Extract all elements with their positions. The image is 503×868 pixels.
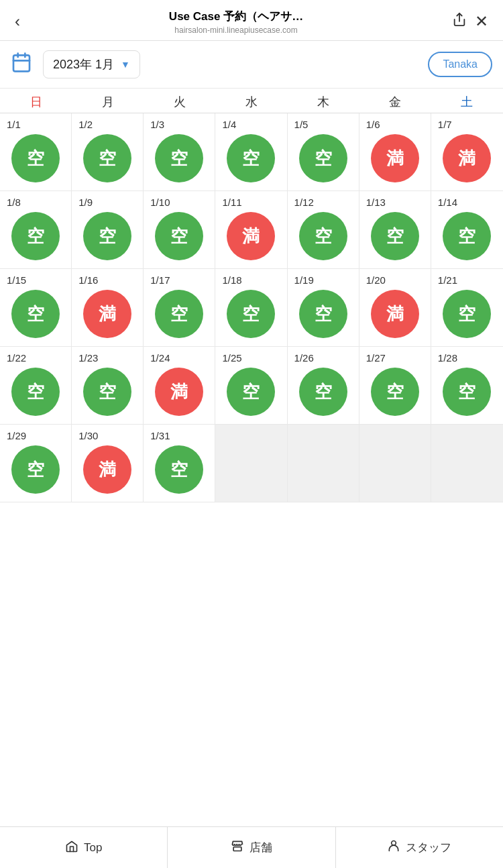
available-circle[interactable]: 空 — [11, 290, 60, 338]
day-headers: 日 月 火 水 木 金 土 — [0, 89, 503, 113]
day-header-fri: 金 — [359, 94, 431, 110]
calendar-cell[interactable]: 1/13空 — [359, 191, 431, 269]
calendar-cell[interactable]: 1/31空 — [144, 425, 215, 502]
available-circle[interactable]: 空 — [371, 212, 419, 260]
full-circle[interactable]: 満 — [83, 445, 131, 494]
calendar-cell[interactable]: 1/12空 — [288, 191, 359, 269]
calendar-cell[interactable]: 1/28空 — [431, 347, 503, 425]
calendar-cell[interactable]: 1/16満 — [72, 269, 144, 347]
available-circle[interactable]: 空 — [11, 212, 60, 260]
bottom-nav: Top 店舗 スタッフ — [0, 826, 503, 868]
available-circle[interactable]: 空 — [299, 134, 347, 182]
cell-date: 1/19 — [294, 274, 314, 286]
day-header-tue: 火 — [144, 94, 215, 110]
available-circle[interactable]: 空 — [11, 134, 60, 182]
calendar-cell[interactable]: 1/26空 — [288, 347, 359, 425]
day-header-sat: 土 — [431, 94, 503, 110]
full-circle[interactable]: 満 — [371, 290, 419, 338]
available-circle[interactable]: 空 — [83, 212, 131, 260]
available-circle[interactable]: 空 — [155, 212, 203, 260]
cell-date: 1/15 — [7, 274, 26, 286]
month-selector[interactable]: 2023年 1月 ▼ — [43, 50, 140, 78]
calendar-cell[interactable]: 1/8空 — [0, 191, 72, 269]
day-header-sun: 日 — [0, 94, 72, 110]
available-circle[interactable]: 空 — [299, 290, 347, 338]
share-button[interactable] — [448, 8, 471, 35]
page-subtitle: hairsalon-mini.lineapiusecase.com — [24, 25, 448, 35]
calendar-grid: 1/1空1/2空1/3空1/4空1/5空1/6満1/7満1/8空1/9空1/10… — [0, 113, 503, 502]
available-circle[interactable]: 空 — [371, 368, 419, 416]
calendar-cell[interactable]: 1/30満 — [72, 425, 144, 502]
calendar-cell — [288, 425, 359, 502]
full-circle[interactable]: 満 — [155, 368, 203, 416]
day-header-wed: 水 — [215, 94, 287, 110]
available-circle[interactable]: 空 — [227, 290, 275, 338]
calendar-cell[interactable]: 1/23空 — [72, 347, 144, 425]
calendar-cell — [215, 425, 287, 502]
available-circle[interactable]: 空 — [443, 212, 491, 260]
nav-store-button[interactable]: 店舗 — [168, 827, 335, 868]
available-circle[interactable]: 空 — [227, 134, 275, 182]
available-circle[interactable]: 空 — [299, 368, 347, 416]
calendar-cell[interactable]: 1/27空 — [359, 347, 431, 425]
available-circle[interactable]: 空 — [83, 368, 131, 416]
calendar-cell[interactable]: 1/17空 — [144, 269, 215, 347]
day-header-thu: 木 — [288, 94, 359, 110]
available-circle[interactable]: 空 — [83, 134, 131, 182]
calendar-cell[interactable]: 1/2空 — [72, 113, 144, 191]
calendar-icon — [11, 52, 32, 78]
calendar-cell[interactable]: 1/29空 — [0, 425, 72, 502]
calendar-cell[interactable]: 1/24満 — [144, 347, 215, 425]
staff-button[interactable]: Tanaka — [428, 52, 492, 77]
calendar-cell[interactable]: 1/18空 — [215, 269, 287, 347]
calendar-cell[interactable]: 1/21空 — [431, 269, 503, 347]
cell-date: 1/5 — [294, 119, 309, 130]
calendar-cell[interactable]: 1/1空 — [0, 113, 72, 191]
day-header-mon: 月 — [72, 94, 144, 110]
cell-date: 1/29 — [7, 430, 26, 441]
page-title: Use Case 予約（ヘアサ… — [24, 9, 448, 24]
dropdown-arrow-icon: ▼ — [121, 59, 130, 70]
person-icon — [387, 839, 400, 856]
cell-date: 1/21 — [438, 274, 457, 286]
available-circle[interactable]: 空 — [227, 368, 275, 416]
calendar-cell[interactable]: 1/3空 — [144, 113, 215, 191]
available-circle[interactable]: 空 — [11, 368, 60, 416]
cell-date: 1/7 — [438, 119, 452, 130]
nav-top-button[interactable]: Top — [0, 827, 168, 868]
back-button[interactable]: ‹ — [11, 8, 24, 35]
nav-store-label: 店舗 — [249, 840, 272, 855]
full-circle[interactable]: 満 — [83, 290, 131, 338]
calendar-cell[interactable]: 1/15空 — [0, 269, 72, 347]
available-circle[interactable]: 空 — [155, 134, 203, 182]
available-circle[interactable]: 空 — [11, 445, 60, 494]
calendar-cell[interactable]: 1/25空 — [215, 347, 287, 425]
full-circle[interactable]: 満 — [443, 134, 491, 182]
full-circle[interactable]: 満 — [227, 212, 275, 260]
calendar-cell[interactable]: 1/20満 — [359, 269, 431, 347]
calendar-cell[interactable]: 1/10空 — [144, 191, 215, 269]
calendar-cell[interactable]: 1/14空 — [431, 191, 503, 269]
calendar-cell[interactable]: 1/19空 — [288, 269, 359, 347]
calendar-cell[interactable]: 1/5空 — [288, 113, 359, 191]
calendar-cell — [431, 425, 503, 502]
available-circle[interactable]: 空 — [155, 290, 203, 338]
available-circle[interactable]: 空 — [155, 445, 203, 494]
calendar-cell[interactable]: 1/22空 — [0, 347, 72, 425]
calendar-cell[interactable]: 1/7満 — [431, 113, 503, 191]
cell-date: 1/14 — [438, 197, 457, 208]
full-circle[interactable]: 満 — [371, 134, 419, 182]
calendar-cell[interactable]: 1/4空 — [215, 113, 287, 191]
close-button[interactable]: ✕ — [471, 8, 492, 35]
cell-date: 1/3 — [150, 119, 164, 130]
cell-date: 1/1 — [7, 119, 21, 130]
available-circle[interactable]: 空 — [299, 212, 347, 260]
calendar-cell[interactable]: 1/11満 — [215, 191, 287, 269]
nav-staff-button[interactable]: スタッフ — [336, 827, 503, 868]
cell-date: 1/10 — [150, 197, 170, 208]
calendar-cell[interactable]: 1/6満 — [359, 113, 431, 191]
available-circle[interactable]: 空 — [443, 368, 491, 416]
cell-date: 1/25 — [222, 352, 241, 364]
available-circle[interactable]: 空 — [443, 290, 491, 338]
calendar-cell[interactable]: 1/9空 — [72, 191, 144, 269]
